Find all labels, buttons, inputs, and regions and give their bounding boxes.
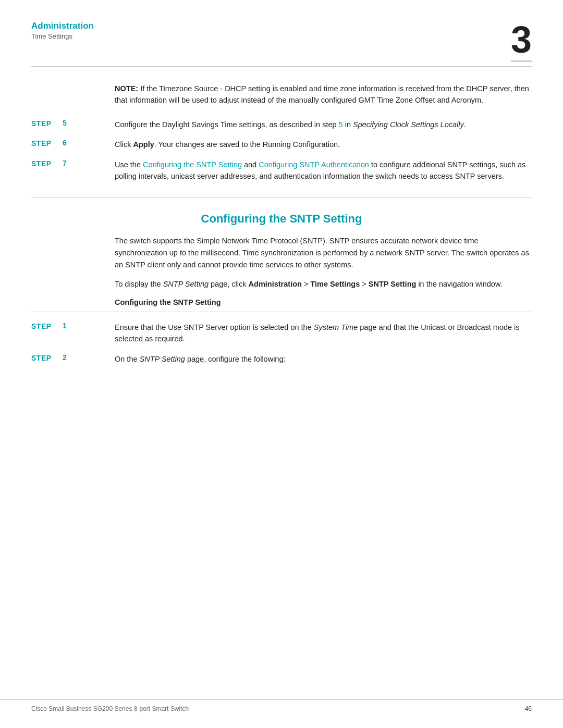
sntp-auth-link[interactable]: Configuring SNTP Authentication xyxy=(259,161,369,169)
step-2-content: On the SNTP Setting page, configure the … xyxy=(115,353,532,365)
step5-link[interactable]: 5 xyxy=(339,120,343,129)
content-area: NOTE: If the Timezone Source - DHCP sett… xyxy=(0,67,563,365)
step-7-label: STEP xyxy=(31,159,63,182)
step-7-row: STEP 7 Use the Configuring the SNTP Sett… xyxy=(31,159,532,182)
footer-left-text: Cisco Small Business SG200 Series 8-port… xyxy=(31,705,189,712)
step-7-number: 7 xyxy=(63,159,83,182)
step-2-label: STEP xyxy=(31,353,63,365)
subsection-heading: Configuring the SNTP Setting xyxy=(115,298,532,306)
step-7-content: Use the Configuring the SNTP Setting and… xyxy=(115,159,532,182)
step-2-row: STEP 2 On the SNTP Setting page, configu… xyxy=(31,353,532,365)
step-1-row: STEP 1 Ensure that the Use SNTP Server o… xyxy=(31,322,532,345)
step-6-number: 6 xyxy=(63,139,83,150)
chapter-number-box: 3 xyxy=(511,21,532,62)
footer-area: Cisco Small Business SG200 Series 8-port… xyxy=(0,699,563,712)
note-label: NOTE: xyxy=(115,84,138,93)
section-heading: Configuring the SNTP Setting xyxy=(31,212,532,226)
step-6-content: Click Apply. Your changes are saved to t… xyxy=(115,139,532,150)
section-intro: The switch supports the Simple Network T… xyxy=(115,235,532,272)
note-text: NOTE: If the Timezone Source - DHCP sett… xyxy=(115,83,532,106)
header-area: Administration Time Settings 3 xyxy=(0,0,563,62)
step-5-label: STEP xyxy=(31,119,63,130)
step-5-row: STEP 5 Configure the Daylight Savings Ti… xyxy=(31,119,532,130)
step-1-number: 1 xyxy=(63,322,83,345)
note-content: If the Timezone Source - DHCP setting is… xyxy=(115,84,529,104)
chapter-subtitle: Time Settings xyxy=(31,32,94,40)
step-5-content: Configure the Daylight Savings Time sett… xyxy=(115,119,532,130)
step-6-row: STEP 6 Click Apply. Your changes are sav… xyxy=(31,139,532,150)
subsection-divider xyxy=(31,312,532,312)
footer-page-number: 46 xyxy=(525,705,532,712)
page-container: Administration Time Settings 3 NOTE: If … xyxy=(0,0,563,728)
section-nav-instruction: To display the SNTP Setting page, click … xyxy=(115,278,532,290)
step-6-label: STEP xyxy=(31,139,63,150)
note-block: NOTE: If the Timezone Source - DHCP sett… xyxy=(115,83,532,106)
step-1-label: STEP xyxy=(31,322,63,345)
sntp-setting-link[interactable]: Configuring the SNTP Setting xyxy=(143,161,242,169)
chapter-number: 3 xyxy=(511,19,532,60)
top-section-divider xyxy=(31,197,532,198)
breadcrumb-area: Administration Time Settings xyxy=(31,21,94,40)
step-2-number: 2 xyxy=(63,353,83,365)
chapter-title: Administration xyxy=(31,21,94,31)
step-5-number: 5 xyxy=(63,119,83,130)
step-1-content: Ensure that the Use SNTP Server option i… xyxy=(115,322,532,345)
